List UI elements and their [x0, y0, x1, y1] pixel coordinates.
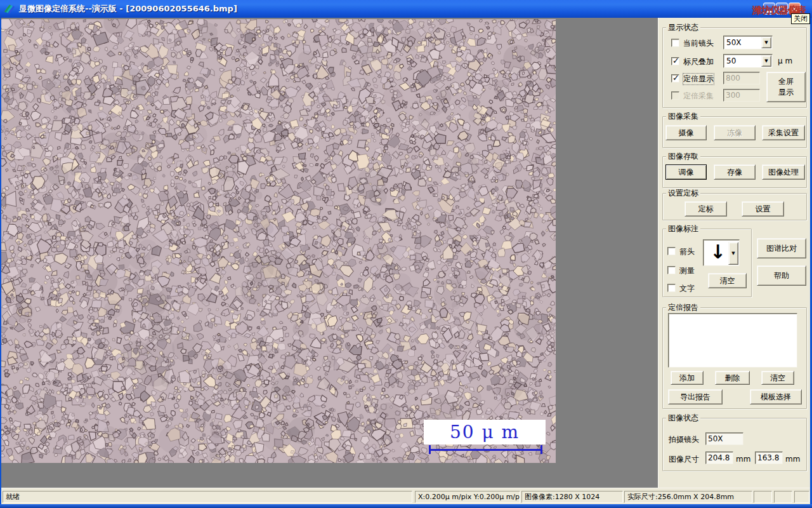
scale-overlay-combobox[interactable]: 50 ▼	[723, 54, 773, 68]
down-arrow-icon: ↓	[710, 240, 726, 264]
fixed-display-field: 800	[723, 72, 760, 84]
text-checkbox[interactable]: ✓	[667, 284, 676, 292]
status-image-pixels: 图像像素:1280 X 1024	[521, 491, 623, 503]
scale-bar-tick-right	[540, 445, 542, 454]
report-add-button[interactable]: 添加	[671, 371, 704, 385]
fixed-capture-checkbox: ✓	[671, 91, 679, 100]
status-bar: 就绪 X:0.200μ m/pix Y:0.200μ m/pix 图像像素:12…	[1, 488, 810, 504]
group-capture-title: 图像采集	[666, 112, 700, 121]
window-border-left	[0, 18, 1, 504]
image-size-label: 图像尺寸	[669, 454, 699, 465]
app-window: 显微图像定倍系统--演示版 - [20090602055646.bmp] × 潍…	[0, 0, 812, 508]
scale-overlay-unit: μ m	[778, 57, 792, 65]
calibration-setup-button[interactable]: 设置	[742, 201, 784, 217]
title-bar: 显微图像定倍系统--演示版 - [20090602055646.bmp]	[0, 0, 812, 18]
arrow-checkbox[interactable]: ✓	[667, 247, 676, 255]
image-width-unit: mm	[736, 455, 750, 464]
calibrate-button[interactable]: 定标	[684, 201, 727, 217]
current-lens-label: 当前镜头	[683, 38, 714, 49]
fixed-display-checkbox[interactable]: ✓	[671, 74, 679, 83]
scale-bar-label: 50 μ m	[450, 422, 520, 443]
fullscreen-button[interactable]: 全屏 显示	[766, 72, 806, 102]
scale-overlay-label: 标尺叠加	[683, 57, 714, 67]
status-pixel-scale: X:0.200μ m/pix Y:0.200μ m/pix	[415, 491, 520, 503]
window-border-bottom	[0, 504, 812, 508]
report-delete-button[interactable]: 删除	[715, 371, 750, 385]
fixed-capture-label: 定倍采集	[683, 91, 714, 102]
image-height-unit: mm	[785, 455, 800, 464]
load-image-button[interactable]: 调像	[665, 164, 707, 180]
restore-button[interactable]	[776, 3, 788, 15]
close-tooltip: 关闭	[791, 13, 810, 24]
measure-checkbox[interactable]: ✓	[667, 266, 676, 274]
close-icon: ×	[791, 4, 797, 13]
restore-icon	[779, 6, 785, 11]
arrow-label: 箭头	[679, 246, 695, 257]
group-storage-title: 图像存取	[666, 152, 700, 161]
freeze-button: 冻像	[714, 125, 756, 140]
chevron-down-icon[interactable]: ▼	[761, 37, 771, 48]
image-height-field: 163.8	[755, 451, 783, 464]
status-spare-2	[774, 491, 792, 503]
status-spare-1	[754, 491, 772, 503]
capture-settings-button[interactable]: 采集设置	[762, 125, 805, 140]
scale-overlay-checkbox[interactable]: ✓	[671, 57, 679, 65]
scale-bar-line	[429, 449, 542, 451]
status-spare-3	[794, 491, 809, 503]
chevron-down-icon[interactable]: ▼	[728, 242, 738, 265]
lens-label: 拍摄镜头	[669, 434, 699, 445]
text-label: 文字	[679, 283, 695, 294]
lens-value-field: 50X	[705, 432, 743, 445]
status-ready: 就绪	[3, 491, 412, 503]
arrow-style-combobox[interactable]: ↓ ▼	[703, 239, 740, 266]
group-image-status-title: 图像状态	[666, 413, 700, 422]
shoot-button[interactable]: 摄像	[665, 125, 707, 140]
group-report-title: 定倍报告	[666, 303, 700, 312]
group-annotation-title: 图像标注	[666, 224, 700, 233]
template-select-button[interactable]: 模板选择	[750, 389, 802, 404]
image-process-button[interactable]: 图像处理	[762, 164, 805, 180]
group-calibration-title: 设置定标	[666, 189, 700, 197]
current-lens-combobox[interactable]: 50X ▼	[723, 36, 773, 50]
micrograph-canvas[interactable]	[1, 19, 556, 463]
window-title: 显微图像定倍系统--演示版 - [20090602055646.bmp]	[19, 3, 237, 15]
chevron-down-icon[interactable]: ▼	[761, 55, 771, 67]
image-width-field: 204.8	[705, 451, 733, 464]
scale-bar-box: 50 μ m	[424, 420, 546, 444]
image-workspace: 50 μ m	[1, 18, 658, 488]
report-listbox[interactable]	[668, 313, 797, 368]
status-actual-size: 实际尺寸:256.0mm X 204.8mm	[624, 491, 752, 503]
help-button[interactable]: 帮助	[757, 265, 806, 286]
control-panel: 显示状态 ✓ 当前镜头 50X ▼ ✓ 标尺叠加 50 ▼ μ m ✓ 定倍显示…	[658, 18, 810, 488]
export-report-button[interactable]: 导出报告	[668, 389, 723, 404]
app-icon[interactable]	[4, 3, 15, 15]
save-image-button[interactable]: 存像	[714, 164, 756, 180]
report-clear-button[interactable]: 清空	[761, 371, 794, 385]
minimize-icon	[766, 11, 772, 13]
group-display-status-title: 显示状态	[666, 23, 700, 32]
current-lens-checkbox[interactable]: ✓	[671, 39, 679, 47]
fixed-capture-field: 300	[723, 89, 760, 102]
measure-label: 测量	[679, 265, 695, 276]
annotation-clear-button[interactable]: 清空	[708, 273, 747, 288]
minimize-button[interactable]	[763, 3, 775, 15]
atlas-compare-button[interactable]: 图谱比对	[757, 238, 806, 258]
fixed-display-label: 定倍显示	[683, 74, 714, 84]
scale-bar-tick-left	[429, 445, 431, 454]
